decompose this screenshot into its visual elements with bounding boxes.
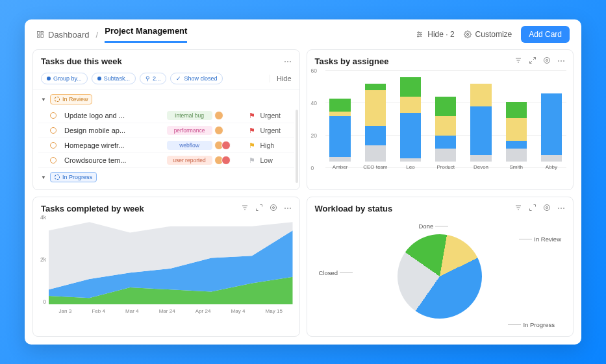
customize-button[interactable]: Customize [464, 30, 512, 39]
pie-label: In Review [519, 236, 561, 243]
svg-point-7 [418, 32, 420, 33]
svg-rect-2 [41, 34, 44, 38]
svg-point-10 [466, 34, 468, 36]
customize-label: Customize [475, 30, 512, 39]
bar-segment [470, 84, 491, 106]
svg-rect-1 [41, 32, 44, 34]
breadcrumb-current[interactable]: Project Management [105, 26, 187, 43]
filter-subtask[interactable]: Subtask... [92, 73, 136, 84]
pie [381, 218, 499, 335]
pie-label: Closed [319, 269, 353, 276]
dashboard-icon [36, 30, 44, 38]
task-row[interactable]: Crowdsource tem...user reported⚑Low [38, 153, 294, 168]
task-tag: webflow [167, 141, 212, 150]
gear-icon[interactable] [543, 204, 551, 213]
filter-count[interactable]: ⚲2... [140, 73, 167, 84]
status-circle-icon [50, 142, 57, 149]
svg-rect-3 [38, 36, 40, 38]
task-row[interactable]: Update logo and ...Internal bug⚑Urgent [38, 108, 294, 123]
task-row[interactable]: Design mobile ap...performance⚑Urgent [38, 123, 294, 138]
card-title: Workload by status [315, 204, 393, 213]
chevron-down-icon: ▼ [41, 175, 46, 180]
expand-icon[interactable] [529, 56, 537, 66]
more-icon[interactable]: ⋯ [284, 204, 292, 213]
filter-icon[interactable] [241, 204, 249, 213]
task-name: Update logo and ... [64, 112, 163, 119]
scrollbar[interactable] [296, 110, 298, 183]
priority-label: Urgent [260, 112, 292, 119]
x-tick: May 4 [231, 308, 246, 314]
svg-point-26 [546, 206, 548, 208]
task-assignees [216, 156, 245, 165]
bar-segment [365, 84, 386, 90]
svg-rect-0 [38, 32, 40, 35]
bar-segment [435, 149, 456, 162]
filter-icon[interactable] [514, 56, 522, 66]
area-chart: 02k4kJan 3Feb 4Mar 4Mar 24Apr 24May 4May… [33, 217, 299, 337]
top-actions: Hide · 2 Customize Add Card [416, 26, 570, 43]
bar-segment [329, 157, 350, 162]
card-tasks-completed: Tasks completed by week ⋯ 02k4kJan 3Feb … [32, 197, 300, 337]
bar-segment [506, 102, 527, 118]
gear-icon[interactable] [270, 204, 277, 213]
x-tick: Mar 24 [159, 308, 175, 314]
filters-row: Group by... Subtask... ⚲2... ✓Show close… [33, 70, 299, 90]
bar-segment [435, 116, 456, 136]
pie-chart: DoneIn ReviewIn ProgressClosed [307, 217, 574, 337]
task-row[interactable]: Homepage wirefr...webflow⚑High [38, 138, 294, 153]
svg-point-22 [270, 204, 276, 210]
task-tag: Internal bug [167, 111, 212, 120]
task-list: ▼ In Review Update logo and ...Internal … [33, 90, 299, 189]
bar-segment [541, 93, 562, 155]
breadcrumb: Dashboard / Project Management [36, 26, 187, 43]
bar-segment [329, 99, 350, 112]
hide-link[interactable]: Hide [270, 75, 292, 82]
more-icon[interactable]: ⋯ [284, 57, 292, 66]
avatar [214, 126, 223, 135]
task-name: Homepage wirefr... [64, 141, 163, 149]
hide-button[interactable]: Hide · 2 [416, 30, 454, 39]
bar-label: Leo [406, 164, 414, 170]
bar-segment [435, 97, 456, 116]
gear-icon [464, 30, 472, 38]
breadcrumb-separator: / [96, 30, 99, 40]
priority-label: Low [260, 156, 292, 164]
flag-icon: ⚑ [249, 127, 257, 135]
status-circle-icon [50, 127, 57, 134]
bar-label: Amber [333, 164, 348, 170]
x-tick: Mar 4 [125, 308, 138, 314]
bar-segment [400, 158, 421, 162]
svg-line-14 [533, 58, 536, 60]
filter-groupby[interactable]: Group by... [41, 73, 88, 84]
expand-icon[interactable] [255, 204, 263, 213]
avatar [214, 111, 223, 120]
status-circle-icon [50, 112, 57, 119]
bar-segment [541, 155, 562, 162]
bar-segment [400, 113, 421, 158]
task-assignees [216, 141, 245, 150]
svg-point-8 [420, 34, 422, 35]
task-assignees [216, 126, 245, 135]
breadcrumb-parent[interactable]: Dashboard [36, 30, 90, 40]
svg-point-21 [272, 206, 274, 208]
expand-icon[interactable] [529, 204, 537, 213]
flag-icon: ⚑ [249, 141, 257, 150]
filter-icon[interactable] [514, 204, 522, 213]
bar-segment [365, 90, 386, 126]
card-grid: Tasks due this week ⋯ Group by... Subtas… [25, 43, 581, 345]
status-circle-icon [50, 157, 57, 164]
card-title: Tasks due this week [41, 56, 122, 66]
task-name: Design mobile ap... [64, 127, 163, 134]
svg-point-9 [418, 36, 419, 37]
bar-segment [329, 112, 350, 117]
more-icon[interactable]: ⋯ [557, 56, 565, 66]
card-tasks-due: Tasks due this week ⋯ Group by... Subtas… [32, 49, 300, 190]
gear-icon[interactable] [543, 56, 551, 66]
app-window: Dashboard / Project Management Hide · 2 … [25, 19, 581, 345]
group-in-progress[interactable]: ▼ In Progress [38, 168, 294, 186]
add-card-button[interactable]: Add Card [521, 26, 570, 43]
x-tick: May 15 [266, 308, 283, 314]
group-in-review[interactable]: ▼ In Review [38, 90, 294, 108]
filter-showclosed[interactable]: ✓Show closed [170, 73, 223, 84]
more-icon[interactable]: ⋯ [557, 204, 565, 213]
